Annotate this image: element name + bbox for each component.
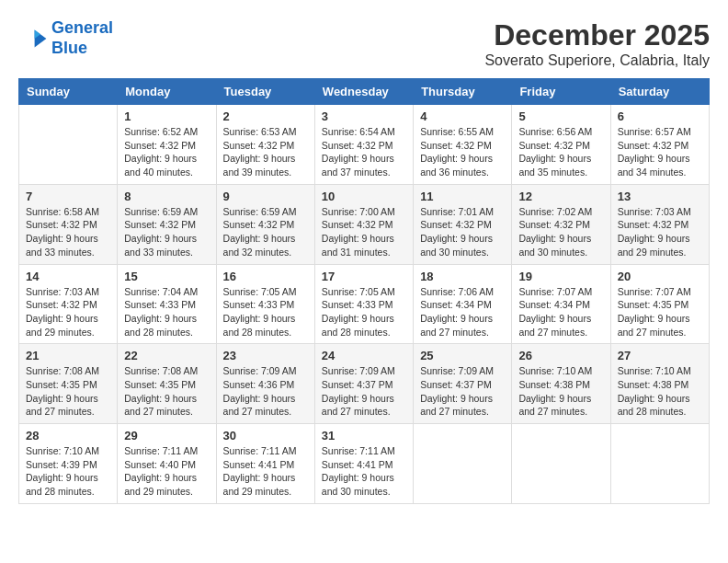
day-info: Sunrise: 6:57 AM Sunset: 4:32 PM Dayligh… <box>618 125 702 179</box>
column-header-thursday: Thursday <box>414 79 512 105</box>
calendar-cell: 12Sunrise: 7:02 AM Sunset: 4:32 PM Dayli… <box>512 184 610 264</box>
day-info: Sunrise: 7:03 AM Sunset: 4:32 PM Dayligh… <box>26 285 110 339</box>
day-number: 19 <box>518 270 603 283</box>
day-number: 31 <box>322 429 406 442</box>
day-number: 13 <box>618 190 702 203</box>
calendar-cell: 1Sunrise: 6:52 AM Sunset: 4:32 PM Daylig… <box>118 105 216 185</box>
calendar-cell: 27Sunrise: 7:10 AM Sunset: 4:38 PM Dayli… <box>610 344 709 424</box>
day-info: Sunrise: 6:52 AM Sunset: 4:32 PM Dayligh… <box>124 125 209 179</box>
day-number: 28 <box>26 429 110 442</box>
day-info: Sunrise: 7:08 AM Sunset: 4:35 PM Dayligh… <box>124 364 209 419</box>
day-number: 20 <box>618 270 702 283</box>
day-number: 10 <box>322 190 406 203</box>
calendar-cell <box>414 424 512 504</box>
calendar-cell: 3Sunrise: 6:54 AM Sunset: 4:32 PM Daylig… <box>314 105 413 185</box>
day-number: 1 <box>124 109 209 123</box>
day-number: 8 <box>124 190 209 203</box>
logo: General Blue <box>18 18 113 58</box>
day-info: Sunrise: 7:04 AM Sunset: 4:33 PM Dayligh… <box>124 285 209 339</box>
day-info: Sunrise: 6:58 AM Sunset: 4:32 PM Dayligh… <box>26 205 110 259</box>
day-info: Sunrise: 7:11 AM Sunset: 4:40 PM Dayligh… <box>124 444 209 499</box>
calendar-week-row: 7Sunrise: 6:58 AM Sunset: 4:32 PM Daylig… <box>19 184 710 264</box>
day-number: 22 <box>124 349 209 362</box>
calendar-cell: 31Sunrise: 7:11 AM Sunset: 4:41 PM Dayli… <box>314 424 413 504</box>
day-number: 15 <box>124 270 209 283</box>
calendar-cell: 8Sunrise: 6:59 AM Sunset: 4:32 PM Daylig… <box>118 184 216 264</box>
calendar-cell: 24Sunrise: 7:09 AM Sunset: 4:37 PM Dayli… <box>314 344 413 424</box>
calendar-cell: 23Sunrise: 7:09 AM Sunset: 4:36 PM Dayli… <box>216 344 314 424</box>
calendar-cell: 16Sunrise: 7:05 AM Sunset: 4:33 PM Dayli… <box>216 264 314 344</box>
day-number: 16 <box>223 270 308 283</box>
calendar-cell: 15Sunrise: 7:04 AM Sunset: 4:33 PM Dayli… <box>118 264 216 344</box>
calendar-week-row: 1Sunrise: 6:52 AM Sunset: 4:32 PM Daylig… <box>19 105 710 185</box>
column-header-tuesday: Tuesday <box>216 79 314 105</box>
day-info: Sunrise: 7:06 AM Sunset: 4:34 PM Dayligh… <box>420 285 505 339</box>
logo-line1: General <box>51 18 113 37</box>
calendar-header-row: SundayMondayTuesdayWednesdayThursdayFrid… <box>19 79 710 105</box>
calendar-week-row: 14Sunrise: 7:03 AM Sunset: 4:32 PM Dayli… <box>19 264 710 344</box>
day-info: Sunrise: 7:11 AM Sunset: 4:41 PM Dayligh… <box>223 444 308 499</box>
calendar-cell: 13Sunrise: 7:03 AM Sunset: 4:32 PM Dayli… <box>610 184 709 264</box>
calendar-week-row: 28Sunrise: 7:10 AM Sunset: 4:39 PM Dayli… <box>19 424 710 504</box>
calendar-cell: 26Sunrise: 7:10 AM Sunset: 4:38 PM Dayli… <box>512 344 610 424</box>
day-info: Sunrise: 7:10 AM Sunset: 4:39 PM Dayligh… <box>26 444 110 499</box>
day-info: Sunrise: 7:01 AM Sunset: 4:32 PM Dayligh… <box>420 205 505 259</box>
day-number: 18 <box>420 270 505 283</box>
calendar-cell: 9Sunrise: 6:59 AM Sunset: 4:32 PM Daylig… <box>216 184 314 264</box>
calendar-cell: 25Sunrise: 7:09 AM Sunset: 4:37 PM Dayli… <box>414 344 512 424</box>
calendar-cell: 28Sunrise: 7:10 AM Sunset: 4:39 PM Dayli… <box>19 424 118 504</box>
calendar-cell: 30Sunrise: 7:11 AM Sunset: 4:41 PM Dayli… <box>216 424 314 504</box>
calendar-cell: 19Sunrise: 7:07 AM Sunset: 4:34 PM Dayli… <box>512 264 610 344</box>
day-number: 14 <box>26 270 110 283</box>
day-info: Sunrise: 7:07 AM Sunset: 4:35 PM Dayligh… <box>618 285 702 339</box>
day-number: 21 <box>26 349 110 362</box>
day-number: 5 <box>518 109 603 123</box>
calendar-cell: 7Sunrise: 6:58 AM Sunset: 4:32 PM Daylig… <box>19 184 118 264</box>
day-info: Sunrise: 6:59 AM Sunset: 4:32 PM Dayligh… <box>124 205 209 259</box>
day-number: 9 <box>223 190 308 203</box>
title-section: December 2025 Soverato Superiore, Calabr… <box>484 18 710 69</box>
day-info: Sunrise: 6:53 AM Sunset: 4:32 PM Dayligh… <box>223 125 308 179</box>
day-info: Sunrise: 7:09 AM Sunset: 4:37 PM Dayligh… <box>420 364 505 419</box>
day-number: 23 <box>223 349 308 362</box>
day-info: Sunrise: 7:10 AM Sunset: 4:38 PM Dayligh… <box>618 364 702 419</box>
day-number: 6 <box>618 109 702 123</box>
day-info: Sunrise: 7:03 AM Sunset: 4:32 PM Dayligh… <box>618 205 702 259</box>
calendar-cell: 20Sunrise: 7:07 AM Sunset: 4:35 PM Dayli… <box>610 264 709 344</box>
day-number: 26 <box>518 349 603 362</box>
calendar-cell: 17Sunrise: 7:05 AM Sunset: 4:33 PM Dayli… <box>314 264 413 344</box>
column-header-wednesday: Wednesday <box>314 79 413 105</box>
column-header-sunday: Sunday <box>19 79 118 105</box>
calendar-cell <box>19 105 118 185</box>
day-info: Sunrise: 7:09 AM Sunset: 4:36 PM Dayligh… <box>223 364 308 419</box>
column-header-saturday: Saturday <box>610 79 709 105</box>
calendar-cell: 14Sunrise: 7:03 AM Sunset: 4:32 PM Dayli… <box>19 264 118 344</box>
logo-text: General Blue <box>51 18 113 58</box>
calendar-cell: 4Sunrise: 6:55 AM Sunset: 4:32 PM Daylig… <box>414 105 512 185</box>
day-info: Sunrise: 7:07 AM Sunset: 4:34 PM Dayligh… <box>518 285 603 339</box>
day-info: Sunrise: 7:09 AM Sunset: 4:37 PM Dayligh… <box>322 364 406 419</box>
day-info: Sunrise: 7:11 AM Sunset: 4:41 PM Dayligh… <box>322 444 406 499</box>
day-number: 11 <box>420 190 505 203</box>
calendar: SundayMondayTuesdayWednesdayThursdayFrid… <box>18 78 710 504</box>
calendar-cell: 11Sunrise: 7:01 AM Sunset: 4:32 PM Dayli… <box>414 184 512 264</box>
day-number: 27 <box>618 349 702 362</box>
calendar-cell: 2Sunrise: 6:53 AM Sunset: 4:32 PM Daylig… <box>216 105 314 185</box>
day-info: Sunrise: 7:05 AM Sunset: 4:33 PM Dayligh… <box>223 285 308 339</box>
day-number: 25 <box>420 349 505 362</box>
logo-icon <box>18 24 48 53</box>
page-container: General Blue December 2025 Soverato Supe… <box>18 18 710 504</box>
calendar-cell: 22Sunrise: 7:08 AM Sunset: 4:35 PM Dayli… <box>118 344 216 424</box>
day-number: 4 <box>420 109 505 123</box>
day-number: 7 <box>26 190 110 203</box>
header: General Blue December 2025 Soverato Supe… <box>18 18 710 69</box>
calendar-cell <box>512 424 610 504</box>
day-info: Sunrise: 6:56 AM Sunset: 4:32 PM Dayligh… <box>518 125 603 179</box>
day-info: Sunrise: 7:02 AM Sunset: 4:32 PM Dayligh… <box>518 205 603 259</box>
day-number: 17 <box>322 270 406 283</box>
day-info: Sunrise: 6:59 AM Sunset: 4:32 PM Dayligh… <box>223 205 308 259</box>
day-info: Sunrise: 6:55 AM Sunset: 4:32 PM Dayligh… <box>420 125 505 179</box>
day-number: 29 <box>124 429 209 442</box>
calendar-cell: 29Sunrise: 7:11 AM Sunset: 4:40 PM Dayli… <box>118 424 216 504</box>
calendar-cell <box>610 424 709 504</box>
